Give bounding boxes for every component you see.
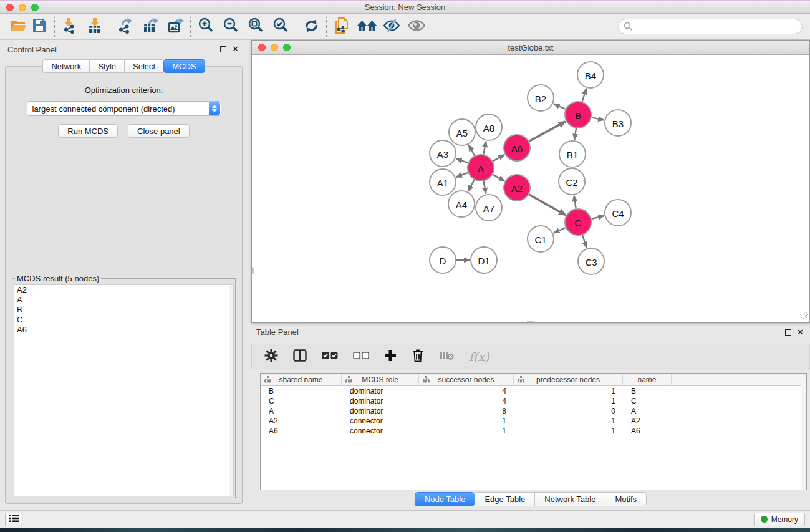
graph-edge-B-B2[interactable] — [554, 104, 566, 109]
graph-edge-C-C1[interactable] — [554, 228, 566, 233]
column-settings-button[interactable] — [264, 349, 278, 364]
tab-style[interactable]: Style — [89, 59, 124, 73]
tab-network[interactable]: Network — [42, 59, 89, 73]
mcds-result-item[interactable]: C — [14, 315, 233, 325]
graph-edge-B-B1[interactable] — [574, 128, 576, 140]
graph-node-A3[interactable]: A3 — [430, 140, 456, 167]
select-all-columns-button[interactable] — [322, 352, 338, 361]
graph-edge-A-A6[interactable] — [493, 155, 504, 161]
open-session-button[interactable] — [7, 16, 29, 37]
graph-node-C2[interactable]: C2 — [559, 168, 585, 195]
mcds-result-item[interactable]: A — [14, 295, 233, 305]
graph-node-A6[interactable]: A6 — [504, 135, 530, 161]
network-canvas[interactable]: B4B2BB3A8A5A6A3B1AA1C2A2A4A7C4CC1C3DD1 — [252, 55, 809, 322]
show-all-button[interactable] — [406, 16, 427, 37]
table-row[interactable]: A2connector11A2 — [261, 416, 806, 426]
column-header-name[interactable]: name — [623, 374, 672, 386]
export-image-button[interactable] — [165, 16, 186, 37]
column-header-predecessor-nodes[interactable]: predecessor nodes — [514, 374, 623, 386]
graph-node-A2[interactable]: A2 — [504, 175, 530, 201]
canvas-vertical-scroll-thumb[interactable] — [252, 267, 254, 274]
canvas-horizontal-scroll-thumb[interactable] — [527, 321, 534, 322]
zoom-in-button[interactable] — [195, 16, 216, 37]
network-window-titlebar[interactable]: testGlobe.txt — [252, 41, 809, 55]
add-column-button[interactable] — [384, 349, 397, 364]
mcds-result-list[interactable]: A2ABCA6 — [14, 284, 234, 496]
float-table-panel-icon[interactable] — [785, 329, 791, 336]
tab-select[interactable]: Select — [124, 59, 163, 73]
tab-motifs[interactable]: Motifs — [605, 492, 647, 506]
unselect-all-columns-button[interactable] — [353, 352, 369, 361]
tab-mcds[interactable]: MCDS — [163, 59, 205, 73]
table-scrollbar[interactable] — [801, 374, 806, 490]
graph-node-A4[interactable]: A4 — [448, 191, 475, 217]
graph-edge-C-C3[interactable] — [582, 235, 587, 248]
first-neighbors-button[interactable] — [356, 16, 377, 37]
minimize-window-button[interactable] — [19, 4, 26, 11]
float-panel-icon[interactable] — [220, 46, 226, 52]
graph-edge-B-B3[interactable] — [592, 117, 604, 120]
refresh-button[interactable] — [301, 16, 322, 37]
graph-edge-C-C2[interactable] — [574, 196, 576, 209]
graph-edge-A6-B[interactable] — [529, 122, 565, 142]
graph-edge-C-C4[interactable] — [591, 216, 604, 219]
close-panel-icon[interactable]: ✕ — [232, 46, 239, 52]
tab-network-table[interactable]: Network Table — [534, 492, 605, 506]
column-header-mcds-role[interactable]: MCDS role — [342, 374, 419, 386]
column-header-shared-name[interactable]: shared name — [261, 374, 342, 386]
graph-node-A8[interactable]: A8 — [476, 114, 502, 140]
graph-node-D[interactable]: D — [430, 247, 456, 273]
table-row[interactable]: Cdominator41C — [261, 396, 806, 406]
graph-node-B1[interactable]: B1 — [559, 141, 586, 167]
show-column-panel-button[interactable] — [293, 349, 307, 364]
run-mcds-button[interactable]: Run MCDS — [58, 124, 118, 138]
graph-node-B3[interactable]: B3 — [605, 110, 631, 136]
table-row[interactable]: Adominator80A — [261, 406, 806, 416]
table-row[interactable]: A6connector11A6 — [261, 426, 806, 436]
zoom-window-button[interactable] — [31, 4, 39, 11]
mcds-result-item[interactable]: B — [14, 305, 233, 315]
graph-edge-A-A1[interactable] — [456, 173, 468, 177]
graph-node-B2[interactable]: B2 — [528, 85, 554, 111]
task-history-button[interactable] — [5, 513, 22, 526]
graph-node-A5[interactable]: A5 — [449, 119, 475, 145]
close-panel-button[interactable]: Close panel — [128, 124, 190, 138]
tab-node-table[interactable]: Node Table — [415, 492, 475, 506]
graph-edge-A-A8[interactable] — [483, 142, 486, 155]
graph-node-B[interactable]: B — [565, 102, 591, 128]
graph-edge-A-A2[interactable] — [493, 175, 504, 181]
optimization-criterion-select[interactable]: largest connected component (directed) — [27, 101, 221, 116]
graph-node-A[interactable]: A — [468, 155, 494, 181]
minimize-network-button[interactable] — [271, 44, 278, 51]
zoom-out-button[interactable] — [220, 16, 241, 37]
graph-node-A1[interactable]: A1 — [430, 169, 456, 195]
window-controls[interactable] — [6, 4, 39, 11]
export-network-button[interactable] — [115, 16, 136, 37]
close-network-button[interactable] — [258, 44, 266, 51]
graph-node-A7[interactable]: A7 — [476, 195, 502, 221]
network-window-controls[interactable] — [258, 44, 291, 51]
window-resize-grip[interactable] — [801, 311, 809, 322]
graph-node-B4[interactable]: B4 — [577, 62, 604, 88]
import-table-button[interactable] — [84, 16, 105, 37]
zoom-network-button[interactable] — [283, 44, 291, 51]
clone-network-button[interactable] — [331, 16, 352, 37]
hide-selected-button[interactable] — [381, 16, 402, 37]
column-header-successor-nodes[interactable]: successor nodes — [419, 374, 514, 386]
graph-edge-A-A5[interactable] — [469, 145, 475, 155]
delete-columns-button[interactable] — [412, 349, 424, 364]
tab-edge-table[interactable]: Edge Table — [475, 492, 534, 506]
mcds-result-item[interactable]: A2 — [14, 285, 233, 295]
search-input[interactable] — [618, 19, 803, 34]
close-table-panel-icon[interactable]: ✕ — [797, 329, 804, 336]
graph-edge-A2-C[interactable] — [529, 195, 566, 215]
graph-edge-A-A7[interactable] — [483, 181, 486, 194]
graph-edge-A-A3[interactable] — [456, 158, 468, 163]
graph-edge-B-B4[interactable] — [582, 89, 587, 102]
function-builder-button[interactable]: f(x) — [469, 350, 489, 364]
graph-node-C4[interactable]: C4 — [605, 200, 631, 226]
delete-table-button[interactable] — [439, 351, 454, 362]
graph-edge-A-A4[interactable] — [468, 180, 475, 191]
graph-node-C[interactable]: C — [565, 209, 591, 235]
graph-node-D1[interactable]: D1 — [471, 247, 497, 273]
